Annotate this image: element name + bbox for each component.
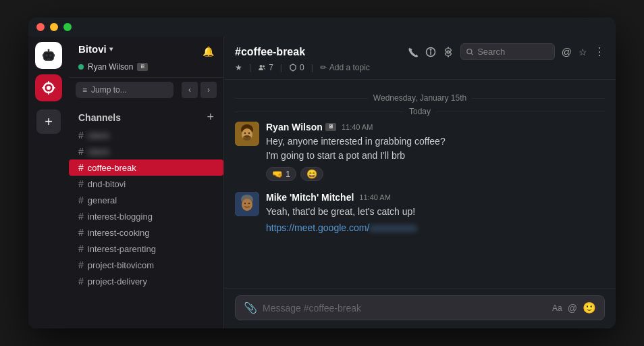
message-time-ryan: 11:40 AM [342,123,373,131]
avatar-mitch-mitchel [235,192,259,216]
svg-point-17 [430,49,431,49]
message-text-mitch: Yeah, that'd be great, let's catch up! [266,205,605,219]
hash-icon: # [78,195,84,205]
reactions-ryan: 🤜 1 😄 [266,167,605,181]
add-channel-button[interactable]: + [207,110,214,124]
jump-to-button[interactable]: ≡ Jump to... [76,82,173,98]
channels-header[interactable]: Channels + [69,107,223,127]
phone-icon[interactable] [408,47,419,57]
workspace-chevron-icon: ▾ [109,45,113,53]
settings-icon[interactable] [443,47,454,57]
close-button[interactable] [36,23,45,31]
attach-file-icon[interactable]: 📎 [244,301,257,314]
maximize-button[interactable] [63,23,72,31]
info-icon[interactable] [425,47,436,57]
sidebar-header: Bitovi ▾ 🔔 Ryan Wilson 🖥 [69,36,223,78]
message-content-mitch: Mike 'Mitch' Mitchel 11:40 AM Yeah, that… [266,192,605,234]
svg-point-18 [467,49,472,53]
svg-point-30 [242,199,252,211]
channel-item-dnd-bitovi[interactable]: # dnd-bitovi [69,176,223,192]
avatar-ryan-wilson [235,122,259,146]
channel-item-general[interactable]: # general [69,192,223,208]
svg-rect-8 [53,54,55,57]
message-input[interactable] [263,303,547,314]
channel-title: #coffee-break [235,46,305,58]
members-count: 7 [269,63,273,72]
svg-point-2 [45,54,48,57]
message-header-mitch: Mike 'Mitch' Mitchel 11:40 AM [266,192,605,203]
reaction-smile[interactable]: 😄 [300,167,323,181]
chat-area: #coffee-break [224,36,616,328]
header-actions: @ ☆ ⋮ [408,43,605,60]
today-label: Today [409,107,431,116]
svg-point-21 [263,66,265,68]
channel-item-coffee-break[interactable]: # coffee-break [69,159,223,176]
message-line-1: Hey, anyone interested in grabbing coffe… [266,134,605,149]
forward-button[interactable]: › [200,82,217,98]
reactions-meta-item[interactable]: 0 [289,63,304,72]
status-icon: 🖥 [325,123,336,131]
channels-title: Channels [78,112,121,123]
channel-name: client- [88,147,111,157]
svg-point-32 [248,203,250,204]
meet-link[interactable]: https://meet.google.com/xxxxxxxxxx [266,222,417,233]
mention-icon[interactable]: @ [568,303,577,314]
icon-strip: + [28,36,69,328]
channel-name: interest-blogging [88,212,153,222]
hash-icon: # [78,162,84,173]
channel-item-interest-cooking[interactable]: # interest-cooking [69,224,223,241]
emoji-icon[interactable]: 🙂 [583,301,596,314]
hash-icon: # [78,146,84,157]
sidebar: Bitovi ▾ 🔔 Ryan Wilson 🖥 ≡ Jump to... [69,36,224,328]
back-button[interactable]: ‹ [182,82,198,98]
svg-line-19 [471,53,473,55]
at-icon[interactable]: @ [562,46,572,57]
reactions-icon [289,64,297,72]
svg-rect-4 [47,58,51,59]
channel-name: general [88,195,117,205]
members-meta-item[interactable]: 7 [258,63,273,72]
message-author-mitch: Mike 'Mitch' Mitchel [266,192,354,203]
robot-workspace-icon[interactable] [35,42,62,69]
messages-area: Wednesday, January 15th Today [224,80,616,288]
hash-icon: # [78,243,84,254]
add-topic-button[interactable]: ✏ Add a topic [320,63,370,72]
text-formatting-icon[interactable]: Aa [552,303,562,313]
jump-to-icon: ≡ [82,85,87,95]
message-header-ryan: Ryan Wilson 🖥 11:40 AM [266,122,605,132]
jump-to-label: Jump to... [91,85,127,95]
channel-item-project-bitovicom[interactable]: # project-bitovicom [69,257,223,273]
channel-item-project-delivery[interactable]: # project-delivery [69,273,223,289]
notifications-bell-icon[interactable]: 🔔 [203,46,214,57]
channel-item-client2[interactable]: # client- [69,143,223,159]
message-content-ryan: Ryan Wilson 🖥 11:40 AM Hey, anyone inter… [266,122,605,181]
star-meta-item[interactable]: ★ [235,63,242,72]
search-input[interactable] [477,47,549,57]
channel-item-interest-parenting[interactable]: # interest-parenting [69,241,223,257]
channel-name: project-bitovicom [88,260,154,270]
username-label: Ryan Wilson [88,62,133,72]
more-options-icon[interactable]: ⋮ [594,45,605,58]
date-label: Wednesday, January 15th [373,93,466,103]
bitovi-workspace-icon[interactable] [35,74,62,101]
reaction-fist[interactable]: 🤜 1 [266,167,296,181]
title-bar [28,18,616,36]
online-status-dot [78,64,84,70]
nav-arrows: ‹ › [182,82,217,98]
svg-point-26 [248,132,250,134]
channel-item-client1[interactable]: # client- [69,127,223,143]
plus-icon: + [45,114,53,130]
hash-icon: # [78,211,84,222]
today-divider: Today [235,105,605,122]
minimize-button[interactable] [50,23,58,31]
add-workspace-button[interactable]: + [36,109,61,134]
hash-icon: # [78,178,84,189]
hash-icon: # [78,130,84,141]
workspace-name[interactable]: Bitovi ▾ [78,43,113,55]
message-time-mitch: 11:40 AM [359,193,390,201]
star-icon[interactable]: ☆ [579,47,587,57]
channel-item-interest-blogging[interactable]: # interest-blogging [69,208,223,224]
svg-point-10 [47,86,51,90]
hash-icon: # [78,260,84,270]
message-input-area: 📎 Aa @ 🙂 [224,288,616,328]
